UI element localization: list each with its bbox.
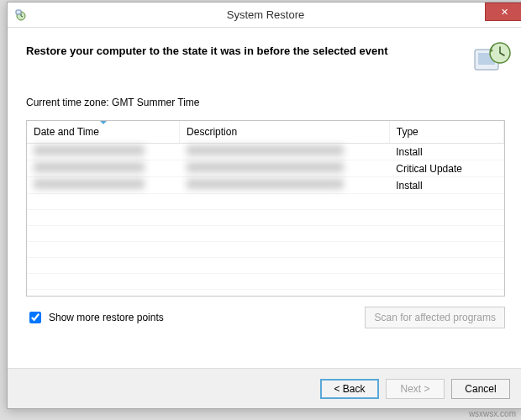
- table-row[interactable]: [27, 242, 504, 258]
- table-row[interactable]: Install: [27, 144, 504, 160]
- table-row[interactable]: [27, 258, 504, 274]
- titlebar: System Restore ✕: [8, 3, 521, 28]
- table-row[interactable]: Critical Update: [27, 160, 504, 177]
- wizard-footer: < Back Next > Cancel: [8, 368, 521, 408]
- table-row[interactable]: [27, 194, 504, 210]
- show-more-checkbox-wrap[interactable]: Show more restore points: [26, 309, 164, 326]
- content-area: Restore your computer to the state it wa…: [8, 28, 521, 328]
- blurred-date: [34, 179, 145, 189]
- table-row[interactable]: [27, 210, 504, 226]
- table-row[interactable]: [27, 226, 504, 242]
- cell-type: Critical Update: [389, 160, 503, 177]
- system-restore-window: System Restore ✕ Restore your computer t…: [7, 2, 521, 409]
- restore-points-table[interactable]: Date and Time Description Type Install: [26, 120, 505, 297]
- cell-type: Install: [389, 177, 503, 194]
- timezone-label: Current time zone: GMT Summer Time: [8, 90, 521, 115]
- scan-affected-button[interactable]: Scan for affected programs: [365, 307, 505, 328]
- close-icon: ✕: [501, 7, 508, 18]
- sort-desc-icon: [99, 120, 108, 124]
- column-description[interactable]: Description: [180, 121, 390, 144]
- table-footer-row: Show more restore points Scan for affect…: [8, 300, 521, 328]
- blurred-desc: [187, 179, 344, 189]
- watermark: wsxwsx.com: [469, 409, 516, 418]
- next-button[interactable]: Next >: [386, 379, 445, 399]
- close-button[interactable]: ✕: [485, 3, 521, 21]
- blurred-date: [34, 145, 145, 155]
- blurred-date: [34, 162, 145, 172]
- show-more-label: Show more restore points: [49, 312, 164, 323]
- blurred-desc: [187, 145, 344, 155]
- header-section: Restore your computer to the state it wa…: [8, 28, 521, 90]
- cell-type: Install: [389, 144, 503, 160]
- column-date[interactable]: Date and Time: [27, 121, 180, 144]
- cancel-button[interactable]: Cancel: [451, 379, 510, 399]
- show-more-checkbox[interactable]: [29, 312, 41, 323]
- restore-clock-icon: [473, 39, 512, 78]
- page-heading: Restore your computer to the state it wa…: [26, 45, 505, 57]
- table-header-row: Date and Time Description Type: [27, 121, 504, 144]
- column-type[interactable]: Type: [389, 121, 503, 144]
- table-row[interactable]: Install: [27, 177, 504, 194]
- table-row[interactable]: [27, 274, 504, 290]
- window-title: System Restore: [8, 8, 521, 21]
- blurred-desc: [187, 162, 344, 172]
- back-button[interactable]: < Back: [320, 379, 379, 399]
